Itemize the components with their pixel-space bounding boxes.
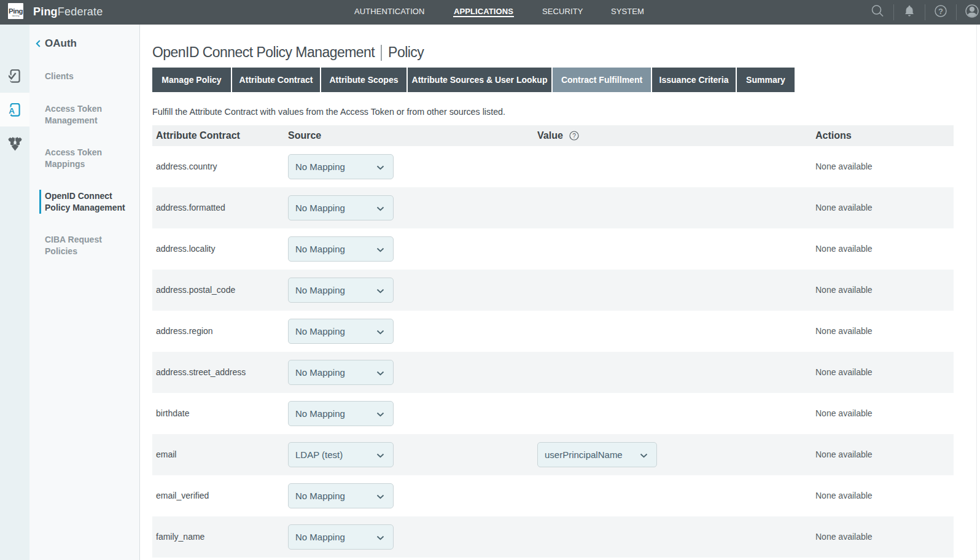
svg-text:?: ? (572, 133, 576, 139)
svg-text:?: ? (938, 7, 943, 16)
svg-text:A: A (9, 106, 15, 115)
